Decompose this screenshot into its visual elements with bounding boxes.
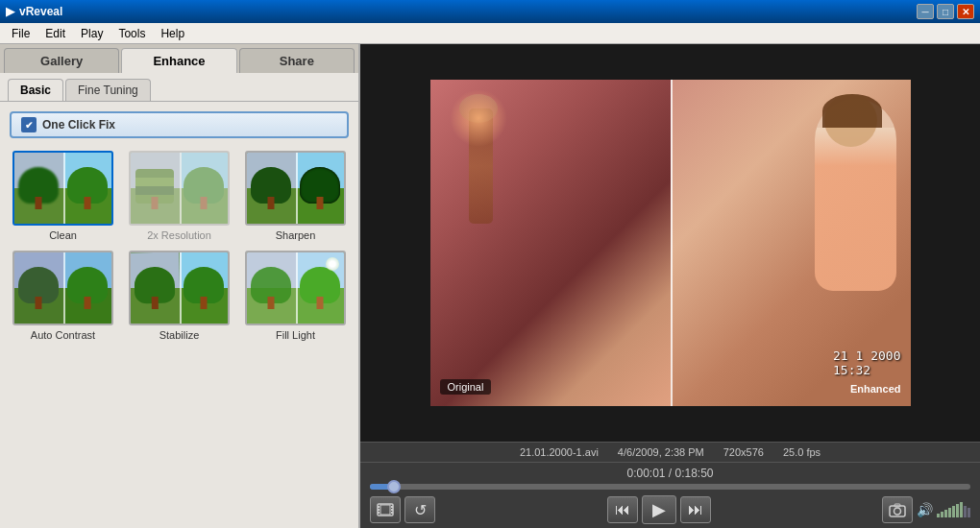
vol-bar-8 [964, 506, 967, 517]
svg-rect-7 [378, 509, 380, 511]
thumb-img-clean [12, 151, 113, 226]
vol-bar-5 [952, 506, 955, 517]
svg-rect-6 [378, 506, 380, 508]
volume-area: 🔊 [917, 502, 970, 517]
main-layout: Gallery Enhance Share Basic Fine Tuning … [0, 44, 980, 528]
tab-enhance[interactable]: Enhance [121, 48, 236, 73]
right-panel: Original Enhanced 21 1 2000 15:32 21.01.… [360, 44, 980, 528]
thumb-img-stabilize [129, 251, 230, 325]
thumb-label-sharpen: Sharpen [276, 229, 316, 241]
thumb-resolution[interactable]: 2x Resolution [126, 151, 233, 241]
video-frame: Original Enhanced 21 1 2000 15:32 [430, 80, 911, 406]
skip-forward-button[interactable]: ⏭ [680, 496, 711, 523]
svg-rect-9 [391, 506, 393, 508]
one-click-fix-label: One Click Fix [42, 118, 115, 132]
sub-tab-finetuning[interactable]: Fine Tuning [65, 79, 151, 101]
video-enhanced-label: Enhanced [850, 383, 901, 395]
timestamp-time: 15:32 [833, 363, 900, 377]
svg-rect-11 [391, 512, 393, 514]
film-strip-button[interactable] [370, 496, 401, 523]
video-left-original [430, 80, 671, 406]
video-split-divider [671, 80, 673, 406]
menu-edit[interactable]: Edit [37, 25, 73, 42]
sub-tab-basic[interactable]: Basic [8, 79, 63, 101]
tab-gallery[interactable]: Gallery [4, 48, 119, 73]
svg-rect-5 [378, 504, 393, 516]
svg-rect-10 [391, 509, 393, 511]
snapshot-button[interactable] [882, 496, 913, 523]
controls-area: 0:00:01 / 0:18:50 [360, 462, 980, 528]
thumb-img-resolution [129, 151, 230, 226]
tab-share[interactable]: Share [239, 48, 355, 73]
left-panel: Gallery Enhance Share Basic Fine Tuning … [0, 44, 360, 528]
thumb-stabilize[interactable]: Stabilize [126, 251, 233, 341]
svg-point-14 [894, 508, 901, 515]
refresh-button[interactable]: ↺ [404, 496, 435, 523]
one-click-fix-button[interactable]: ✔ One Click Fix [10, 111, 349, 138]
menu-bar: File Edit Play Tools Help [0, 23, 980, 44]
one-click-area: ✔ One Click Fix [0, 102, 358, 146]
center-controls: ⏮ ▶ ⏭ [607, 495, 711, 524]
maximize-button[interactable]: □ [937, 4, 954, 19]
volume-bars [937, 502, 970, 517]
video-timestamp: 21 1 2000 15:32 [833, 348, 900, 377]
vol-bar-1 [937, 514, 940, 517]
menu-tools[interactable]: Tools [110, 25, 153, 42]
title-bar: ▶ vReveal ─ □ ✕ [0, 0, 980, 23]
main-tab-bar: Gallery Enhance Share [0, 44, 358, 73]
progress-track[interactable] [370, 484, 970, 490]
thumb-label-autocontrast: Auto Contrast [31, 329, 95, 341]
thumb-img-filllight [245, 251, 346, 325]
check-icon: ✔ [21, 117, 37, 132]
close-button[interactable]: ✕ [957, 4, 974, 19]
title-bar-controls: ─ □ ✕ [917, 4, 974, 19]
title-bar-left: ▶ vReveal [6, 5, 62, 18]
vol-bar-4 [948, 508, 951, 517]
right-controls: 🔊 [882, 496, 970, 523]
vol-bar-9 [968, 508, 970, 517]
playback-controls: ↺ ⏮ ▶ ⏭ 🔊 [370, 495, 970, 524]
svg-rect-8 [378, 512, 380, 514]
video-area: Original Enhanced 21 1 2000 15:32 [360, 44, 980, 442]
svg-rect-12 [380, 505, 390, 515]
timestamp-date: 21 1 2000 [833, 348, 900, 363]
thumb-autocontrast[interactable]: Auto Contrast [10, 251, 116, 341]
sub-tab-bar: Basic Fine Tuning [0, 73, 358, 102]
thumb-img-autocontrast [12, 251, 113, 325]
thumbnails-grid: Clean [0, 146, 358, 350]
file-name: 21.01.2000-1.avi [520, 446, 599, 458]
time-display: 0:00:01 / 0:18:50 [370, 467, 970, 480]
thumb-filllight[interactable]: Fill Light [242, 251, 349, 341]
menu-file[interactable]: File [4, 25, 37, 42]
file-info-bar: 21.01.2000-1.avi 4/6/2009, 2:38 PM 720x5… [360, 442, 980, 462]
vol-bar-6 [956, 504, 959, 517]
thumb-img-sharpen [245, 151, 346, 226]
minimize-button[interactable]: ─ [917, 4, 934, 19]
thumb-label-stabilize: Stabilize [159, 329, 200, 341]
progress-bar-area[interactable] [370, 484, 970, 490]
menu-help[interactable]: Help [153, 25, 192, 42]
skip-back-button[interactable]: ⏮ [607, 496, 638, 523]
vol-bar-2 [941, 512, 943, 517]
file-resolution: 720x576 [723, 446, 764, 458]
volume-icon: 🔊 [917, 502, 933, 517]
file-date: 4/6/2009, 2:38 PM [618, 446, 704, 458]
vol-bar-7 [960, 502, 963, 517]
app-icon: ▶ [6, 5, 14, 18]
thumb-sharpen[interactable]: Sharpen [242, 151, 349, 241]
video-original-label: Original [440, 379, 492, 395]
progress-thumb[interactable] [387, 480, 401, 493]
left-controls: ↺ [370, 496, 435, 523]
play-button[interactable]: ▶ [642, 495, 676, 524]
thumb-label-resolution: 2x Resolution [147, 229, 211, 241]
thumb-label-clean: Clean [49, 229, 77, 241]
thumb-clean[interactable]: Clean [10, 151, 116, 241]
menu-play[interactable]: Play [73, 25, 110, 42]
vol-bar-3 [944, 510, 947, 517]
app-title: vReveal [19, 5, 62, 18]
thumb-label-filllight: Fill Light [276, 329, 315, 341]
file-fps: 25.0 fps [783, 446, 821, 458]
